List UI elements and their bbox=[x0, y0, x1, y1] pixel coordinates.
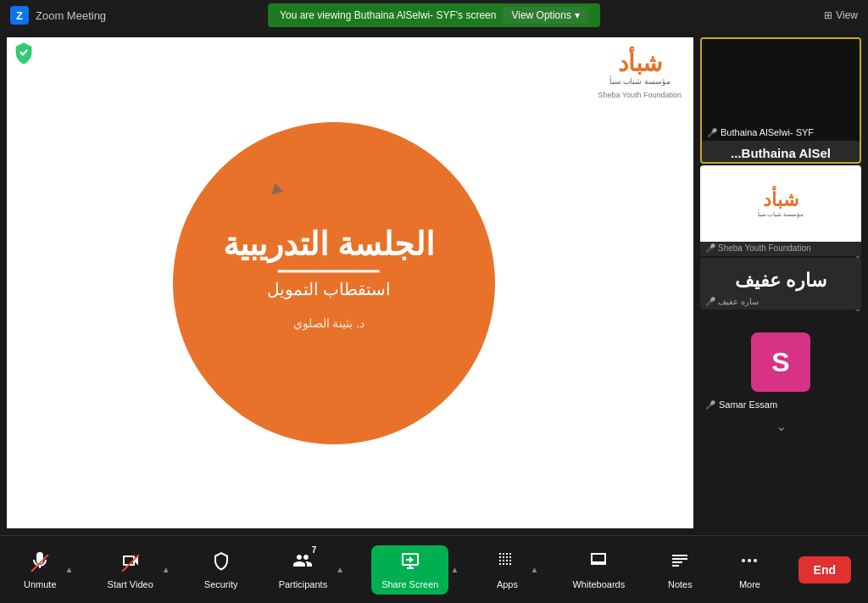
screen-share-text: You are viewing Buthaina AlSelwi- SYF's … bbox=[280, 9, 496, 21]
participant-avatar: S bbox=[751, 332, 810, 392]
notes-button[interactable]: Notes bbox=[659, 545, 701, 595]
apps-icon bbox=[497, 550, 517, 576]
slide-logo: شبأد مؤسسة شباب سبأ Sheba Youth Foundati… bbox=[598, 49, 682, 101]
notes-icon bbox=[670, 550, 690, 576]
apps-chevron[interactable]: ▲ bbox=[530, 565, 538, 574]
mute-icon: 🎤 bbox=[705, 243, 715, 253]
slide-author: د. بثينة الصلوي bbox=[223, 316, 436, 330]
participant-card: ساره عفيف 🎤 ساره عفيف bbox=[700, 258, 861, 310]
svg-point-1 bbox=[748, 559, 751, 562]
end-button[interactable]: End bbox=[798, 556, 851, 583]
whiteboards-button[interactable]: Whiteboards bbox=[565, 545, 632, 595]
start-video-button[interactable]: Start Video bbox=[101, 545, 160, 595]
participant-username: 🎤 ساره عفيف bbox=[700, 295, 861, 310]
syf-logo: شبأد مؤسسة شباب سبأ bbox=[758, 189, 804, 218]
share-screen-chevron[interactable]: ▲ bbox=[450, 565, 459, 574]
mute-icon: 🎤 bbox=[707, 128, 717, 137]
participant-video: S 🎤 Samar Essam bbox=[700, 311, 861, 413]
share-screen-label: Share Screen bbox=[381, 579, 438, 589]
participant-card: شبأد مؤسسة شباب سبأ 🎤 Sheba Youth Founda… bbox=[700, 165, 861, 256]
participant-username-label: Buthaina AlSelwi- SYF bbox=[721, 127, 814, 137]
apps-button[interactable]: Apps bbox=[486, 545, 528, 595]
slide-divider bbox=[278, 270, 380, 272]
slide-subtitle: استقطاب التمويل bbox=[223, 279, 436, 299]
participant-display-name: Buthaina AlSel... bbox=[702, 141, 860, 162]
notes-label: Notes bbox=[668, 579, 693, 589]
participants-group: 7 Participants ▲ bbox=[272, 545, 344, 595]
logo-sub-arabic: مؤسسة شباب سبأ bbox=[598, 77, 682, 86]
participants-button[interactable]: 7 Participants bbox=[272, 545, 334, 595]
share-screen-group: Share Screen ▲ bbox=[371, 545, 459, 595]
presentation-area: شبأد مؤسسة شباب سبأ Sheba Youth Foundati… bbox=[7, 37, 693, 528]
mute-icon: 🎤 bbox=[705, 297, 715, 306]
participant-card: S 🎤 Samar Essam bbox=[700, 311, 861, 413]
app-title: Zoom Meeting bbox=[36, 9, 106, 22]
participants-chevron[interactable]: ▲ bbox=[336, 565, 344, 574]
title-bar: Z Zoom Meeting You are viewing Buthaina … bbox=[0, 0, 868, 31]
view-button[interactable]: ⊞ View bbox=[824, 9, 858, 21]
syf-logo-english: مؤسسة شباب سبأ bbox=[758, 211, 804, 218]
participant-sub-name: 🎤 Sheba Youth Foundation bbox=[700, 242, 861, 256]
slide-title: الجلسة التدريبية bbox=[223, 226, 436, 263]
whiteboards-icon bbox=[588, 550, 609, 576]
svg-point-0 bbox=[742, 559, 745, 562]
participants-count: 7 bbox=[312, 545, 317, 555]
mute-icon: 🎤 bbox=[705, 400, 715, 410]
security-button[interactable]: Security bbox=[198, 545, 245, 595]
main-content: شبأد مؤسسة شباب سبأ Sheba Youth Foundati… bbox=[0, 31, 868, 535]
unmute-button[interactable]: Unmute bbox=[17, 545, 64, 595]
logo-arabic-text: شبأد bbox=[598, 49, 682, 77]
more-label: More bbox=[739, 579, 760, 589]
sidebar-scroll-down[interactable]: ⌄ bbox=[700, 415, 861, 438]
view-grid-icon: ⊞ bbox=[824, 9, 832, 21]
app-icon: Z bbox=[10, 6, 29, 25]
participants-sidebar: 🎤 Buthaina AlSelwi- SYF Buthaina AlSel..… bbox=[700, 37, 861, 528]
security-shield bbox=[12, 41, 36, 64]
video-chevron[interactable]: ▲ bbox=[162, 565, 170, 574]
apps-group: Apps ▲ bbox=[486, 545, 538, 595]
view-options-button[interactable]: View Options ▾ bbox=[503, 7, 587, 24]
start-video-label: Start Video bbox=[108, 579, 153, 589]
slide-main-text: الجلسة التدريبية استقطاب التمويل د. بثين… bbox=[223, 226, 436, 330]
participant-name-overlay: 🎤 Buthaina AlSelwi- SYF bbox=[707, 127, 814, 137]
participant-display-name: ساره عفيف bbox=[700, 258, 861, 295]
camera-icon bbox=[120, 550, 141, 576]
svg-point-2 bbox=[754, 559, 757, 562]
microphone-icon bbox=[30, 550, 50, 576]
whiteboards-label: Whiteboards bbox=[572, 579, 625, 589]
more-icon bbox=[739, 550, 760, 576]
logo-english-text: Sheba Youth Foundation bbox=[598, 91, 682, 99]
start-video-group: Start Video ▲ bbox=[101, 545, 170, 595]
participant-name-overlay: 🎤 Samar Essam bbox=[705, 399, 777, 410]
participants-label: Participants bbox=[279, 579, 327, 589]
security-icon bbox=[211, 550, 231, 576]
apps-label: Apps bbox=[497, 579, 518, 589]
toolbar: Unmute ▲ Start Video ▲ Security 7 Partic… bbox=[0, 535, 868, 603]
screen-share-banner: You are viewing Buthaina AlSelwi- SYF's … bbox=[268, 3, 600, 27]
slide-background: شبأد مؤسسة شباب سبأ Sheba Youth Foundati… bbox=[7, 37, 693, 528]
participant-video: 🎤 Buthaina AlSelwi- SYF bbox=[702, 39, 860, 141]
share-screen-button[interactable]: Share Screen bbox=[371, 545, 448, 595]
unmute-chevron[interactable]: ▲ bbox=[65, 565, 74, 574]
more-button[interactable]: More bbox=[728, 545, 771, 595]
unmute-label: Unmute bbox=[24, 579, 57, 589]
share-screen-icon bbox=[400, 550, 420, 576]
syf-logo-arabic: شبأد bbox=[758, 189, 804, 211]
unmute-group: Unmute ▲ bbox=[17, 545, 73, 595]
participant-card: 🎤 Buthaina AlSelwi- SYF Buthaina AlSel..… bbox=[700, 37, 861, 164]
participants-icon: 7 bbox=[292, 550, 313, 576]
security-label: Security bbox=[204, 579, 238, 589]
slide-container: شبأد مؤسسة شباب سبأ Sheba Youth Foundati… bbox=[7, 37, 693, 528]
participant-logo-box: شبأد مؤسسة شباب سبأ bbox=[700, 165, 861, 242]
